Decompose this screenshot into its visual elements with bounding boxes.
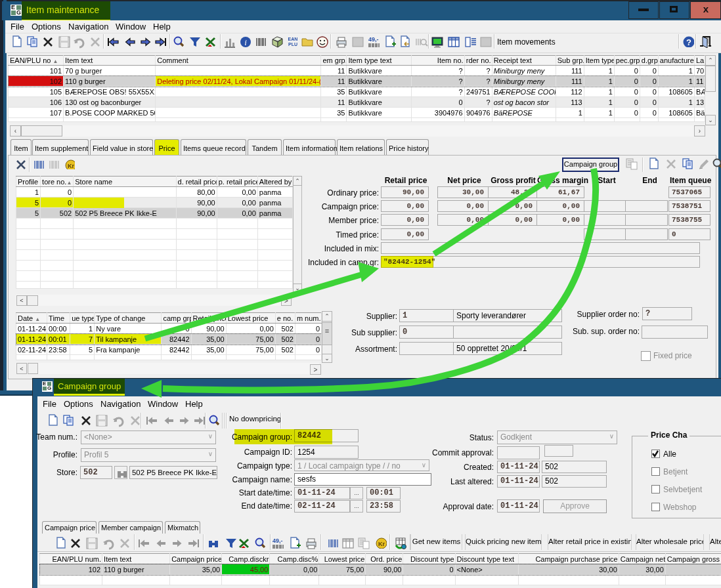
svg-text:i: i: [244, 37, 247, 47]
svg-text:?: ?: [686, 37, 691, 47]
svg-text:EAN: EAN: [288, 37, 298, 41]
svg-text:Kr: Kr: [68, 163, 74, 169]
svg-text:49,-: 49,-: [368, 36, 379, 43]
svg-text:Kr: Kr: [378, 541, 385, 547]
svg-text:PLU: PLU: [288, 42, 297, 47]
svg-text:49,-: 49,-: [273, 537, 283, 544]
